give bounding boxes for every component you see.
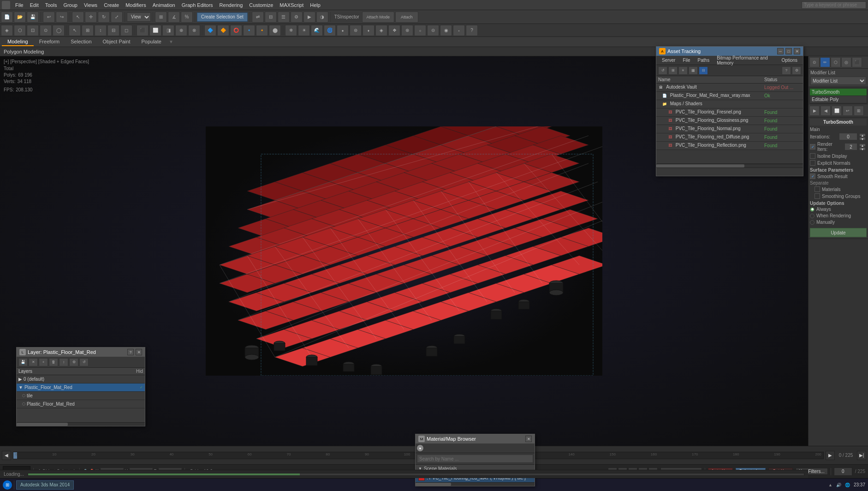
menu-file[interactable]: File: [12, 1, 27, 9]
t2-btn25[interactable]: 🌀: [324, 25, 336, 36]
t2-btn26[interactable]: ⬥: [337, 25, 349, 36]
t2-btn35[interactable]: ⬩: [453, 25, 465, 36]
mod-icon-1[interactable]: ▶: [809, 106, 820, 116]
at-menu-paths[interactable]: Paths: [694, 57, 713, 64]
prop-icon-1[interactable]: ⊙: [809, 57, 820, 67]
timeline-right-arrow[interactable]: ▶: [826, 451, 835, 460]
at-btn4[interactable]: ▦: [689, 66, 698, 75]
save-btn[interactable]: 💾: [27, 12, 39, 23]
lt-delete-btn[interactable]: 🗑: [49, 358, 58, 366]
ri-down[interactable]: ▼: [859, 147, 866, 150]
t2-btn27[interactable]: ⊜: [350, 25, 362, 36]
t2-btn31[interactable]: ⊛: [401, 25, 413, 36]
layers-scrollbar[interactable]: [17, 422, 145, 426]
menu-group[interactable]: Group: [60, 1, 81, 9]
at-menu-server[interactable]: Server: [658, 57, 679, 64]
prop-icon-3[interactable]: ⬡: [831, 57, 841, 67]
mod-icon-5[interactable]: ⊞: [854, 106, 864, 116]
t2-btn5[interactable]: ◯: [53, 25, 65, 36]
t2-btn19[interactable]: 🔹: [243, 25, 255, 36]
when-rendering-radio[interactable]: [810, 214, 814, 218]
layer-btn[interactable]: ☰: [278, 12, 290, 23]
render-setup-btn[interactable]: ⚙: [291, 12, 303, 23]
asset-row-max[interactable]: 📄 Plastic_Floor_Mat_Red_max_vray.max Ok: [656, 92, 803, 100]
move-btn[interactable]: ✛: [85, 12, 97, 23]
matmap-close[interactable]: ✕: [525, 436, 532, 442]
at-btn3[interactable]: ≡: [678, 66, 688, 75]
matmap-search-input[interactable]: [417, 455, 533, 463]
t2-btn13[interactable]: ◨: [162, 25, 174, 36]
at-menu-file[interactable]: File: [679, 57, 694, 64]
t2-btn21[interactable]: ⬤: [269, 25, 281, 36]
render-iters-input[interactable]: [844, 143, 857, 150]
at-menu-options[interactable]: Options: [778, 57, 801, 64]
new-btn[interactable]: 📄: [1, 12, 13, 23]
layers-help[interactable]: ?: [127, 349, 134, 355]
menu-views[interactable]: Views: [81, 1, 101, 9]
open-btn[interactable]: 📂: [14, 12, 26, 23]
asset-row-normal[interactable]: 🖼 PVC_Tile_Flooring_Normal.png Found: [656, 125, 803, 133]
select-btn[interactable]: ↖: [72, 12, 84, 23]
modifier-editablepoly[interactable]: Editable Poly: [810, 96, 867, 103]
modifier-dropdown[interactable]: Modifier List: [810, 77, 866, 85]
t2-btn33[interactable]: ⊝: [427, 25, 439, 36]
layer-row-plastic2[interactable]: ⬡ Plastic_Floor_Mat_Red: [17, 400, 145, 408]
asset-tracking-minimize[interactable]: ─: [777, 48, 784, 54]
t2-btn18[interactable]: ⭕: [230, 25, 242, 36]
always-radio[interactable]: [810, 207, 814, 212]
ri-up[interactable]: ▲: [859, 144, 866, 147]
timeline-last-frame[interactable]: ▶|: [857, 451, 866, 460]
angle-snap-btn[interactable]: ∡: [168, 12, 180, 23]
t2-btn23[interactable]: ☀: [298, 25, 310, 36]
render-btn[interactable]: ▶: [303, 12, 315, 23]
undo-btn[interactable]: ↩: [43, 12, 55, 23]
top-search-input[interactable]: [802, 1, 866, 9]
lt-new-btn[interactable]: +: [39, 358, 48, 366]
prop-icon-2[interactable]: ✏: [820, 57, 830, 67]
layers-close[interactable]: ✕: [136, 349, 142, 355]
menu-create[interactable]: Create: [101, 1, 122, 9]
t2-btn12[interactable]: ⬜: [149, 25, 161, 36]
t2-btn20[interactable]: 🔸: [256, 25, 268, 36]
render-iters-checkbox[interactable]: ✓: [810, 144, 815, 150]
asset-tracking-restore[interactable]: □: [785, 48, 792, 54]
at-btn2[interactable]: ⊞: [668, 66, 678, 75]
asset-tracking-close[interactable]: ✕: [794, 48, 800, 54]
tab-populate[interactable]: Populate: [136, 38, 166, 46]
t2-btn16[interactable]: 🔷: [204, 25, 216, 36]
explicit-checkbox[interactable]: [810, 160, 815, 166]
layer-default-expand[interactable]: ▶: [18, 377, 22, 382]
t2-btn17[interactable]: 🔶: [217, 25, 229, 36]
tab-modeling[interactable]: Modeling: [2, 38, 34, 46]
t2-btn7[interactable]: ⊞: [82, 25, 94, 36]
create-selection-btn[interactable]: Create Selection Set: [197, 12, 248, 22]
t2-btn4[interactable]: ⊙: [40, 25, 52, 36]
t2-btn11[interactable]: ⬛: [137, 25, 149, 36]
smooth-checkbox[interactable]: ✓: [810, 174, 815, 179]
t2-btn22[interactable]: ❄: [285, 25, 297, 36]
menu-modifiers[interactable]: Modifiers: [122, 1, 149, 9]
lt-close-btn[interactable]: ✕: [29, 358, 38, 366]
at-btn5[interactable]: ⊟: [699, 66, 708, 75]
modifier-turbosmooth[interactable]: TurboSmooth: [810, 89, 867, 96]
scale-btn[interactable]: ⤢: [111, 12, 123, 23]
asset-row-maps[interactable]: 📁 Maps / Shaders: [656, 100, 803, 108]
layer-row-plastic[interactable]: ▼ Plastic_Floor_Mat_Red ✓: [17, 383, 145, 392]
at-btn1[interactable]: ↺: [658, 66, 667, 75]
mirror-btn[interactable]: ⇌: [252, 12, 264, 23]
tab-selection[interactable]: Selection: [65, 38, 97, 46]
t2-btn3[interactable]: ⊡: [27, 25, 39, 36]
menu-animation[interactable]: Animation: [149, 1, 178, 9]
attach-mode-btn[interactable]: Attach Mode: [362, 12, 394, 23]
t2-btn6[interactable]: ↖: [69, 25, 81, 36]
matmap-scrollbar[interactable]: [416, 482, 535, 486]
t2-btn1[interactable]: ◈: [1, 25, 13, 36]
menu-tools[interactable]: Tools: [42, 1, 60, 9]
taskbar-3dsmax[interactable]: Autodesk 3ds Max 2014: [16, 480, 74, 490]
menu-rendering[interactable]: Rendering: [216, 1, 246, 9]
tab-freeform[interactable]: Freeform: [34, 38, 65, 46]
smoothing-checkbox[interactable]: [814, 193, 820, 199]
mod-icon-2[interactable]: ◀: [820, 106, 831, 116]
t2-btn34[interactable]: ◉: [440, 25, 452, 36]
prop-icon-4[interactable]: ◎: [841, 57, 851, 67]
